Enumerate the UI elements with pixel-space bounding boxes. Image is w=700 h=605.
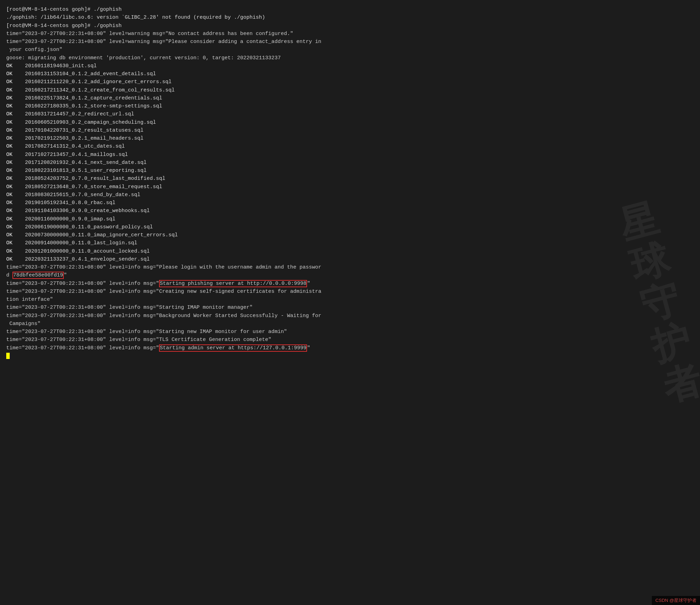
phishing-server-highlight: Starting phishing server at http://0.0.0… xyxy=(159,280,307,287)
ok-20: OK 20200116000000_0.9.0_imap.sql xyxy=(6,215,694,223)
ok-10: OK 20170219122503_0.2.1_email_headers.sq… xyxy=(6,134,694,142)
terminal-window: 星 球 守 护 者 [root@VM-8-14-centos goph]# ./… xyxy=(0,0,700,605)
csdn-label: CSDN @星球守护者 xyxy=(655,598,697,603)
ok-23: OK 20200914000000_0.11.0_last_login.sql xyxy=(6,239,694,247)
line-cert: time="2023-07-27T00:22:31+08:00" level=i… xyxy=(6,288,694,304)
ok-25: OK 20220321133237_0.4.1_envelope_sender.… xyxy=(6,255,694,263)
line-imap-admin: time="2023-07-27T00:22:31+08:00" level=i… xyxy=(6,328,694,336)
ok-2: OK 20160131153104_0.1.2_add_event_detail… xyxy=(6,70,694,78)
ok-6: OK 20160227180335_0.1.2_store-smtp-setti… xyxy=(6,102,694,110)
line-imap-mgr: time="2023-07-27T00:22:31+08:00" level=i… xyxy=(6,304,694,312)
ok-5: OK 20160225173824_0.1.2_capture_credenti… xyxy=(6,94,694,102)
ok-14: OK 20180223101813_0.5.1_user_reporting.s… xyxy=(6,167,694,175)
ok-8: OK 20160605210903_0.2_campaign_schedulin… xyxy=(6,119,694,126)
line-admin-server: time="2023-07-27T00:22:31+08:00" level=i… xyxy=(6,344,694,352)
line-phishing-server: time="2023-07-27T00:22:31+08:00" level=i… xyxy=(6,280,694,288)
ok-19: OK 20191104103306_0.9.0_create_webhooks.… xyxy=(6,207,694,215)
line-1: [root@VM-8-14-centos goph]# ./gophish xyxy=(6,6,694,14)
ok-16: OK 20180527213648_0.7.0_store_email_requ… xyxy=(6,183,694,191)
ok-17: OK 20180830215615_0.7.0_send_by_date.sql xyxy=(6,191,694,199)
ok-21: OK 20200619000000_0.11.0_password_policy… xyxy=(6,223,694,231)
csdn-watermark-bar: CSDN @星球守护者 xyxy=(652,596,700,605)
ok-12: OK 20171027213457_0.4.1_maillogs.sql xyxy=(6,151,694,159)
line-5: time="2023-07-27T00:22:31+08:00" level=w… xyxy=(6,38,694,54)
ok-15: OK 20180524203752_0.7.0_result_last_modi… xyxy=(6,175,694,183)
admin-server-highlight: Starting admin server at https://127.0.0… xyxy=(159,344,307,352)
ok-22: OK 20200730000000_0.11.0_imap_ignore_cer… xyxy=(6,231,694,239)
ok-13: OK 20171208201932_0.4.1_next_send_date.s… xyxy=(6,159,694,167)
cursor-block xyxy=(6,353,10,359)
ok-4: OK 20160217211342_0.1.2_create_from_col_… xyxy=(6,86,694,94)
line-password: time="2023-07-27T00:22:31+08:00" level=i… xyxy=(6,263,694,280)
line-4: time="2023-07-27T00:22:31+08:00" level=w… xyxy=(6,30,694,38)
ok-11: OK 20170827141312_0.4_utc_dates.sql xyxy=(6,142,694,150)
password-highlight: 78dbfee58e00fd19 xyxy=(12,272,64,279)
ok-18: OK 20190105192341_0.8.0_rbac.sql xyxy=(6,199,694,207)
ok-1: OK 20160118194630_init.sql xyxy=(6,62,694,70)
line-cursor xyxy=(6,352,694,360)
line-3: [root@VM-8-14-centos goph]# ./gophish xyxy=(6,22,694,30)
terminal-content: [root@VM-8-14-centos goph]# ./gophish ./… xyxy=(6,6,694,360)
line-2: ./gophish: /lib64/libc.so.6: version `GL… xyxy=(6,14,694,21)
line-6: goose: migrating db environment 'product… xyxy=(6,54,694,62)
ok-7: OK 20160317214457_0.2_redirect_url.sql xyxy=(6,110,694,118)
ok-9: OK 20170104220731_0.2_result_statuses.sq… xyxy=(6,126,694,134)
ok-24: OK 20201201000000_0.11.0_account_locked.… xyxy=(6,247,694,255)
line-tls: time="2023-07-27T00:22:31+08:00" level=i… xyxy=(6,336,694,344)
line-bg-worker: time="2023-07-27T00:22:31+08:00" level=i… xyxy=(6,312,694,328)
ok-3: OK 20160211211220_0.1.2_add_ignore_cert_… xyxy=(6,78,694,86)
